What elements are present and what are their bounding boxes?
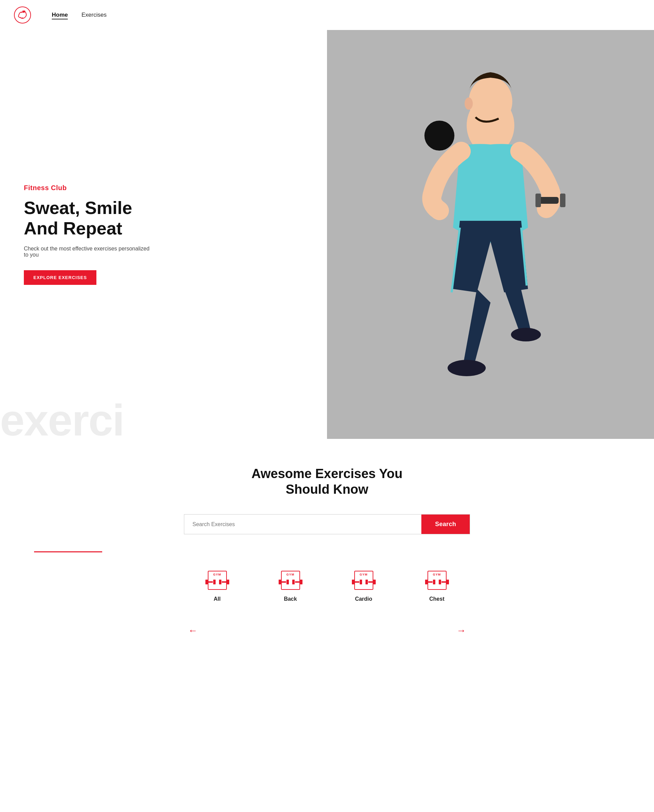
section-title-line1: Awesome Exercises You	[251, 466, 403, 481]
category-cardio[interactable]: Cardio	[330, 569, 397, 602]
nav-link-exercises[interactable]: Exercises	[81, 12, 107, 18]
nav-item-exercises[interactable]: Exercises	[81, 12, 107, 18]
category-all[interactable]: All	[184, 569, 251, 602]
search-bar-container: Search	[184, 514, 470, 534]
section-underline	[34, 551, 102, 552]
nav-arrows	[164, 612, 490, 649]
hero-title-line2: And Repeat	[24, 219, 122, 238]
hero-section: Fitness Club Sweat, Smile And Repeat Che…	[0, 30, 654, 439]
section-title-line2: Should Know	[286, 482, 368, 497]
prev-arrow-button[interactable]	[184, 622, 202, 639]
search-input[interactable]	[184, 515, 421, 534]
category-back-icon	[280, 569, 301, 591]
gym-icon-all	[208, 571, 227, 590]
category-all-label: All	[214, 596, 220, 602]
svg-rect-7	[535, 194, 541, 207]
svg-rect-6	[538, 197, 559, 204]
categories-grid: All	[174, 569, 480, 602]
gym-icon-back	[281, 571, 300, 590]
nav-link-home[interactable]: Home	[52, 12, 68, 20]
nav-links: Home Exercises	[52, 12, 107, 18]
section-title: Awesome Exercises You Should Know	[17, 466, 637, 497]
category-chest-icon	[426, 569, 448, 591]
search-button[interactable]: Search	[421, 515, 470, 534]
svg-point-3	[448, 360, 486, 376]
logo[interactable]	[14, 6, 31, 24]
hero-watermark: exerci	[0, 398, 124, 439]
svg-point-10	[465, 98, 473, 110]
category-all-icon	[206, 569, 228, 591]
navbar: Home Exercises	[0, 0, 654, 30]
hero-brand: Fitness Club	[24, 184, 310, 192]
svg-point-4	[511, 328, 541, 341]
hero-subtitle: Check out the most effective exercises p…	[24, 246, 153, 258]
category-chest[interactable]: Chest	[403, 569, 470, 602]
hero-title-line1: Sweat, Smile	[24, 198, 132, 218]
category-back[interactable]: Back	[257, 569, 324, 602]
svg-point-5	[425, 121, 454, 151]
category-cardio-icon	[353, 569, 375, 591]
hero-content: Fitness Club Sweat, Smile And Repeat Che…	[0, 30, 327, 439]
next-arrow-button[interactable]	[452, 622, 470, 639]
hero-title: Sweat, Smile And Repeat	[24, 198, 310, 239]
svg-point-0	[14, 7, 31, 23]
hero-image	[327, 30, 654, 439]
exercises-section: Awesome Exercises You Should Know Search	[0, 439, 654, 663]
nav-item-home[interactable]: Home	[52, 12, 68, 18]
category-back-label: Back	[284, 596, 297, 602]
gym-icon-cardio	[354, 571, 373, 590]
category-chest-label: Chest	[429, 596, 444, 602]
gym-icon-chest	[428, 571, 446, 590]
explore-exercises-button[interactable]: EXPLORE EXERCISES	[24, 270, 96, 285]
svg-rect-8	[560, 194, 565, 207]
category-cardio-label: Cardio	[355, 596, 372, 602]
svg-point-9	[469, 77, 512, 126]
